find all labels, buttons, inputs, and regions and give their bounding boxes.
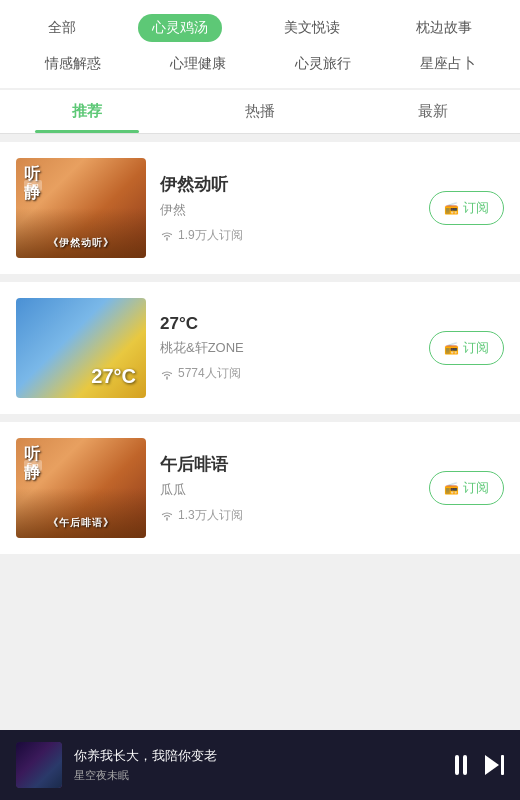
card-3-fm-badge: Fm <box>24 460 42 471</box>
category-prose[interactable]: 美文悦读 <box>270 14 354 42</box>
card-1-subscribers: 1.9万人订阅 <box>160 227 415 244</box>
player-info: 你养我长大，我陪你变老 星空夜未眠 <box>74 747 443 783</box>
card-3-thumb-bottom: 《午后啡语》 <box>16 516 146 530</box>
card-2-subscribers: 5774人订阅 <box>160 365 415 382</box>
card-3-subtitle: 瓜瓜 <box>160 481 415 499</box>
bell-icon-3: 📻 <box>444 481 459 495</box>
content-list: 听静 Fm 《伊然动听》 伊然动听 伊然 1.9万人订阅 📻 订阅 27°C <box>0 134 520 729</box>
category-horoscope[interactable]: 星座占卜 <box>406 50 490 78</box>
card-1-info: 伊然动听 伊然 1.9万人订阅 <box>160 173 415 244</box>
card-2-thumbnail[interactable]: 27°C <box>16 298 146 398</box>
card-1-thumb-bottom: 《伊然动听》 <box>16 236 146 250</box>
tab-latest[interactable]: 最新 <box>347 90 520 133</box>
pause-button[interactable] <box>455 755 467 775</box>
player-title: 你养我长大，我陪你变老 <box>74 747 443 765</box>
bell-icon: 📻 <box>444 201 459 215</box>
tab-hot[interactable]: 热播 <box>173 90 346 133</box>
player-thumbnail[interactable] <box>16 742 62 788</box>
pause-icon <box>455 755 467 775</box>
card-3-info: 午后啡语 瓜瓜 1.3万人订阅 <box>160 453 415 524</box>
card-3-subscribers: 1.3万人订阅 <box>160 507 415 524</box>
card-1-subtitle: 伊然 <box>160 201 415 219</box>
card-2-temp: 27°C <box>91 365 136 388</box>
card-1-title: 伊然动听 <box>160 173 415 196</box>
wifi-icon-3 <box>160 508 174 522</box>
card-2-title: 27°C <box>160 314 415 334</box>
wifi-icon <box>160 228 174 242</box>
sub-tabs: 推荐 热播 最新 <box>0 90 520 134</box>
card-2-info: 27°C 桃花&轩ZONE 5774人订阅 <box>160 314 415 382</box>
tab-recommend[interactable]: 推荐 <box>0 90 173 133</box>
player-artist: 星空夜未眠 <box>74 768 443 783</box>
card-1-fm-badge: Fm <box>24 180 42 191</box>
bottom-player: 你养我长大，我陪你变老 星空夜未眠 <box>0 730 520 800</box>
player-controls <box>455 755 504 775</box>
category-chicken-soup[interactable]: 心灵鸡汤 <box>138 14 222 42</box>
card-2-subtitle: 桃花&轩ZONE <box>160 339 415 357</box>
category-bar: 全部 心灵鸡汤 美文悦读 枕边故事 情感解惑 心理健康 心灵旅行 星座占卜 <box>0 0 520 88</box>
card-2-subscribe-btn[interactable]: 📻 订阅 <box>429 331 504 365</box>
card-3: 听静 Fm 《午后啡语》 午后啡语 瓜瓜 1.3万人订阅 📻 订阅 <box>0 422 520 554</box>
category-travel[interactable]: 心灵旅行 <box>281 50 365 78</box>
category-row-1: 全部 心灵鸡汤 美文悦读 枕边故事 <box>0 10 520 46</box>
category-all[interactable]: 全部 <box>34 14 90 42</box>
category-mental[interactable]: 心理健康 <box>156 50 240 78</box>
category-bedtime[interactable]: 枕边故事 <box>402 14 486 42</box>
card-1-subscribe-btn[interactable]: 📻 订阅 <box>429 191 504 225</box>
next-button[interactable] <box>485 755 504 775</box>
card-3-title: 午后啡语 <box>160 453 415 476</box>
card-1-thumbnail[interactable]: 听静 Fm 《伊然动听》 <box>16 158 146 258</box>
category-emotion[interactable]: 情感解惑 <box>31 50 115 78</box>
card-3-thumbnail[interactable]: 听静 Fm 《午后啡语》 <box>16 438 146 538</box>
wifi-icon-2 <box>160 367 174 381</box>
next-icon <box>485 755 504 775</box>
bell-icon-2: 📻 <box>444 341 459 355</box>
category-row-2: 情感解惑 心理健康 心灵旅行 星座占卜 <box>0 46 520 82</box>
card-3-subscribe-btn[interactable]: 📻 订阅 <box>429 471 504 505</box>
card-1: 听静 Fm 《伊然动听》 伊然动听 伊然 1.9万人订阅 📻 订阅 <box>0 142 520 274</box>
card-2: 27°C 27°C 桃花&轩ZONE 5774人订阅 📻 订阅 <box>0 282 520 414</box>
